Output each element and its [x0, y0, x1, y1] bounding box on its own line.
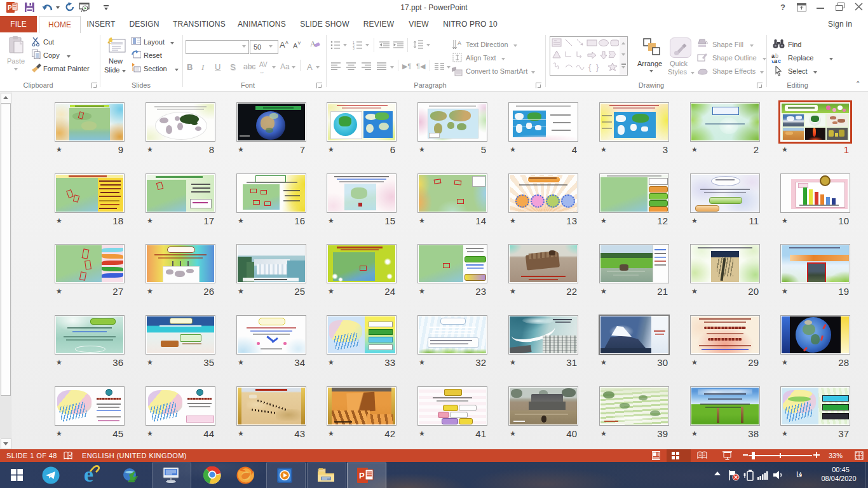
- svg-text:P: P: [359, 471, 365, 480]
- svg-text:{: {: [588, 62, 592, 72]
- svg-text:}: }: [596, 62, 599, 72]
- svg-text:A: A: [458, 40, 461, 46]
- svg-text:3: 3: [353, 46, 355, 50]
- svg-text:c: c: [778, 58, 781, 63]
- svg-text:A: A: [310, 39, 316, 48]
